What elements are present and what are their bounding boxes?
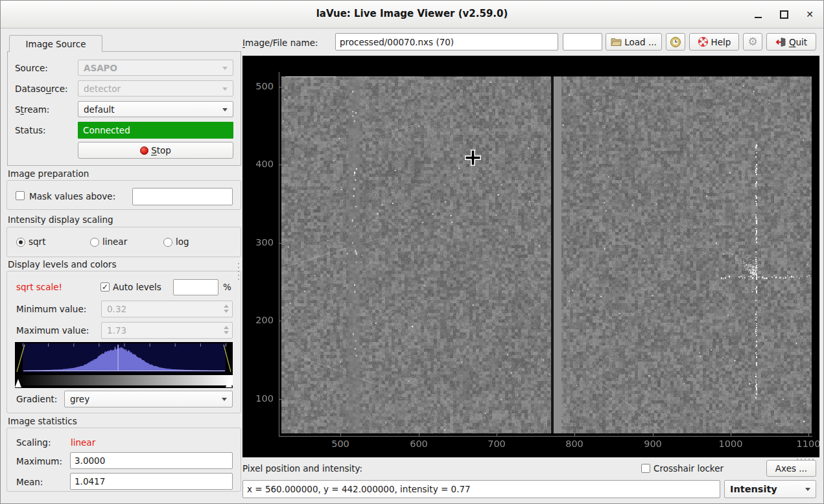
stream-value: default xyxy=(84,104,115,115)
x-axis-tick-label: 800 xyxy=(565,439,583,449)
quit-button[interactable]: Quit xyxy=(766,33,816,51)
clock-button[interactable] xyxy=(666,33,685,51)
section-display-levels: Display levels and colors xyxy=(8,259,116,269)
stream-label: Stream: xyxy=(15,104,49,115)
maximum-value-spinbox: 1.73 xyxy=(101,322,233,339)
spin-up-icon xyxy=(224,326,229,329)
datasource-select: detector xyxy=(78,80,233,97)
axes-button[interactable]: Axes ... xyxy=(766,460,816,477)
x-axis-tick xyxy=(731,433,731,436)
load-button[interactable]: Load ... xyxy=(606,33,662,51)
x-axis-line xyxy=(279,436,812,437)
folder-icon xyxy=(611,38,622,47)
status-badge: Connected xyxy=(78,122,233,139)
section-intensity-scaling: Intensity display scaling xyxy=(8,214,113,225)
datasource-label: Datasource: xyxy=(15,84,68,94)
x-axis-tick xyxy=(808,433,809,436)
titlebar[interactable]: laVue: Live Image Viewer (v2.59.0) ✕ xyxy=(1,1,823,29)
aux-input[interactable] xyxy=(563,33,602,51)
histogram-canvas[interactable] xyxy=(15,342,233,388)
application-window: laVue: Live Image Viewer (v2.59.0) ✕ Ima… xyxy=(0,0,824,504)
x-axis-tick-label: 900 xyxy=(644,439,662,449)
y-axis-tick xyxy=(279,399,283,400)
tab-image-source[interactable]: Image Source xyxy=(9,35,102,52)
stats-scaling-value: linear xyxy=(71,437,95,448)
pixel-position-label: Pixel position and intensity: xyxy=(242,463,362,474)
label-part: top xyxy=(157,145,171,155)
label-part: S xyxy=(151,145,157,155)
radio-log[interactable] xyxy=(163,238,172,247)
auto-levels-checkbox[interactable] xyxy=(100,282,110,292)
image-display-area[interactable]: 50040030020010050060070080090010001100 xyxy=(242,56,819,457)
section-image-statistics: Image statistics xyxy=(8,416,77,426)
crosshair-locker-checkbox[interactable] xyxy=(641,464,650,473)
help-button[interactable]: Help xyxy=(689,33,739,51)
lifebuoy-icon xyxy=(698,36,709,47)
crosshair-locker-label: Crosshair locker xyxy=(653,463,724,474)
maximize-button[interactable] xyxy=(775,6,792,23)
exit-door-icon xyxy=(775,37,786,47)
datasource-value: detector xyxy=(84,84,121,94)
x-axis-tick xyxy=(419,433,419,436)
x-axis-tick-label: 1000 xyxy=(719,439,743,449)
panel-splitter-handle[interactable] xyxy=(238,263,239,280)
maximum-value-label: Maximum value: xyxy=(16,325,89,336)
stats-mean-label: Mean: xyxy=(16,477,43,487)
maximum-value: 1.73 xyxy=(107,325,126,336)
y-axis-tick-label: 500 xyxy=(246,81,274,91)
display-channel-value: Intensity xyxy=(730,484,777,494)
file-name-input[interactable] xyxy=(335,33,558,51)
chevron-down-icon xyxy=(222,398,227,401)
y-axis-tick xyxy=(279,321,283,321)
settings-button[interactable]: ⚙ xyxy=(743,33,762,51)
stats-mean-field[interactable] xyxy=(70,473,233,490)
display-channel-select[interactable]: Intensity xyxy=(724,480,816,498)
stop-button-label: Stop xyxy=(151,145,171,155)
stream-select[interactable]: default xyxy=(78,101,233,117)
help-button-label: Help xyxy=(711,37,731,47)
status-label: Status: xyxy=(15,125,46,135)
minimum-value-spinbox: 0.32 xyxy=(101,301,233,317)
radio-linear[interactable] xyxy=(90,238,99,247)
close-button[interactable]: ✕ xyxy=(801,6,818,23)
x-axis-tick-label: 700 xyxy=(488,439,506,449)
source-value: ASAPO xyxy=(84,63,117,73)
histogram-levels-widget[interactable] xyxy=(15,342,233,388)
chevron-down-icon xyxy=(805,488,810,491)
y-axis-tick-label: 100 xyxy=(246,393,274,404)
close-icon: ✕ xyxy=(806,9,814,19)
stats-scaling-label: Scaling: xyxy=(16,437,51,448)
radio-sqrt-label: sqrt xyxy=(29,236,45,247)
spinner-buttons xyxy=(224,304,229,313)
mask-value-input[interactable] xyxy=(132,188,233,205)
y-axis-tick-label: 200 xyxy=(246,315,274,325)
mask-values-label: Mask values above: xyxy=(29,191,115,201)
radio-sqrt[interactable] xyxy=(16,238,25,247)
label-part: rce: xyxy=(51,84,68,94)
gradient-select[interactable]: grey xyxy=(64,391,233,407)
minimize-icon xyxy=(755,17,762,18)
pixel-readout-field[interactable] xyxy=(242,480,720,498)
x-axis-tick xyxy=(340,433,341,436)
chevron-down-icon xyxy=(222,108,228,111)
y-axis-line xyxy=(279,72,279,437)
window-title: laVue: Live Image Viewer (v2.59.0) xyxy=(1,8,823,19)
x-axis-tick xyxy=(653,433,653,436)
detector-image[interactable] xyxy=(281,76,812,433)
source-select: ASAPO xyxy=(78,60,233,76)
stop-button[interactable]: Stop xyxy=(78,142,233,159)
section-image-preparation: Image preparation xyxy=(8,168,89,179)
y-axis-tick xyxy=(279,87,283,87)
file-name-label: Image/File name: xyxy=(242,38,318,48)
auto-levels-percent-input[interactable] xyxy=(173,279,218,295)
minimize-button[interactable] xyxy=(749,6,766,23)
label-part: Q xyxy=(789,37,796,47)
spin-down-icon xyxy=(224,310,229,313)
gear-icon: ⚙ xyxy=(747,36,757,47)
mask-values-checkbox[interactable] xyxy=(16,191,25,200)
spin-down-icon xyxy=(224,331,229,334)
label-part: mage/File name: xyxy=(245,38,318,48)
gradient-label: Gradient: xyxy=(16,394,57,404)
crosshair-cursor xyxy=(464,149,482,166)
stats-maximum-field[interactable] xyxy=(70,452,233,469)
